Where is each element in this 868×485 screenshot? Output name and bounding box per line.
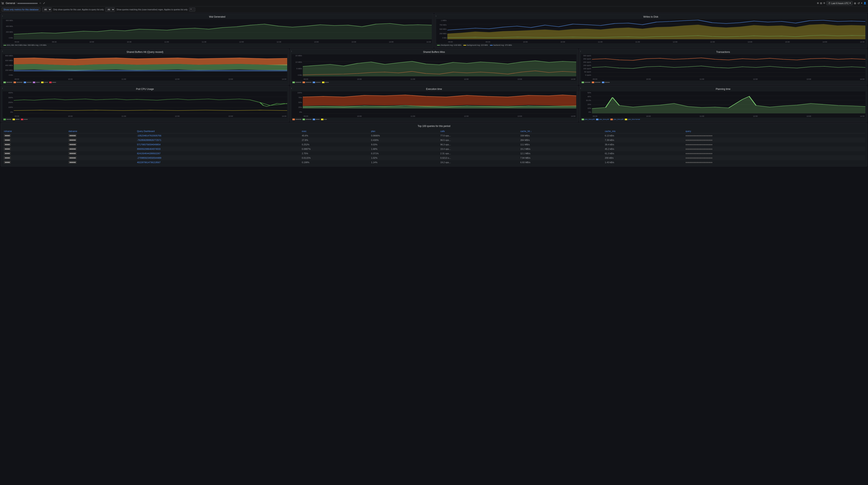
- breadcrumb-general[interactable]: General: [6, 2, 15, 5]
- col-query[interactable]: query: [684, 129, 865, 133]
- cell-calls: 96.3 ops...: [439, 142, 519, 147]
- writes-info-icon[interactable]: i: [436, 15, 436, 17]
- cell-cache-mis: 200 kB/s: [604, 156, 684, 160]
- cell-query-id[interactable]: -2709859234550544489: [136, 156, 301, 160]
- col-cache-mis[interactable]: cache_mis: [604, 129, 684, 133]
- breadcrumb: General / ■■■■■■■■■■■■■■■: [6, 2, 38, 5]
- wal-info-icon[interactable]: i: [2, 15, 3, 17]
- cell-calls: 96.5 ops...: [439, 138, 519, 142]
- regex-filter-input[interactable]: [189, 7, 195, 11]
- cell-query-id[interactable]: 5717065756594049854: [136, 142, 301, 147]
- wal-y-axis: 600 kB/s 400 kB/s 200 kB/s 0 B/s: [3, 19, 14, 39]
- cell-query: ■■■■■■■■■■■■■■■■■■■■: [684, 151, 865, 156]
- cell-calls: 2.31 ops...: [439, 151, 519, 156]
- cell-query-id[interactable]: -7628582899926772571: [136, 138, 301, 142]
- plan-info-icon[interactable]: i: [581, 87, 581, 90]
- refresh-icon[interactable]: ↺: [858, 2, 860, 5]
- top-bar: ⊞ General / ■■■■■■■■■■■■■■■ ☆ ⤢ ⊞ ▤ ⚙ ⏱ …: [0, 0, 868, 6]
- tx-title: Transactions: [581, 51, 865, 54]
- cell-datname: ■■■■■: [67, 160, 136, 165]
- svg-marker-10: [447, 24, 865, 39]
- query-filter-label: Only show queries for this user. Applies…: [53, 8, 104, 11]
- cell-plan: 0.371%: [370, 151, 439, 156]
- cell-rolname: ■■■■: [3, 138, 67, 142]
- user-icon[interactable]: 👤: [864, 2, 866, 4]
- clock-icon: ⏱: [828, 2, 831, 4]
- cell-cache-mis: 45.2 kB/s: [604, 147, 684, 151]
- cell-query-id[interactable]: 8241504544289502267: [136, 151, 301, 156]
- settings-icon[interactable]: ⚙: [823, 2, 825, 4]
- regex-filter-label: Show queries matching this (case insensi…: [117, 8, 188, 11]
- cell-cache-hit: 111 MB/s: [519, 142, 603, 147]
- db-filter-select[interactable]: All: [42, 7, 52, 12]
- query-table-title: Top 100 queries for this period: [3, 125, 865, 128]
- db-filter-button[interactable]: Show only metrics for this database: [2, 7, 40, 11]
- cell-query: ■■■■■■■■■■■■■■■■■■■■: [684, 133, 865, 138]
- col-query-dashboard[interactable]: Query Dashboard: [136, 129, 301, 133]
- cpu-info-icon[interactable]: i: [2, 87, 3, 90]
- sbm-info-icon[interactable]: i: [291, 50, 291, 53]
- writes-legend: checkpoint Avg: 6.80 kB/s background Avg…: [436, 44, 865, 46]
- cell-rolname: ■■■■: [3, 133, 67, 138]
- cell-datname: ■■■■■: [67, 138, 136, 142]
- tx-canvas: [592, 54, 865, 76]
- exec-legend: ■■■■■■ ■■■■■■ ■■■■ ■■■: [291, 119, 576, 120]
- cell-datname: ■■■■■: [67, 147, 136, 151]
- star-icon[interactable]: ☆: [39, 2, 41, 4]
- row-1: i Wal Generated 600 kB/s 400 kB/s 200 kB…: [1, 13, 867, 48]
- svg-marker-4: [14, 24, 432, 39]
- time-range-button[interactable]: ⏱ Last 6 hours UTC ▾: [827, 1, 852, 5]
- cell-query-id[interactable]: -1052348147915935756: [136, 133, 301, 138]
- cell-exec: 0.0115%: [301, 156, 370, 160]
- pod-cpu-panel: i Pod CPU Usage 400% 300% 200% 100% 0%: [1, 86, 289, 122]
- query-filter-select[interactable]: All: [105, 7, 115, 12]
- transactions-panel: i Transactions 300 ops/s 250 ops/s 200 o…: [579, 49, 867, 85]
- tx-info-icon[interactable]: i: [581, 50, 581, 53]
- playlist-icon[interactable]: ▤: [820, 2, 822, 4]
- cell-plan: 1.02%: [370, 156, 439, 160]
- cell-query: ■■■■■■■■■■■■■■■■■■■■: [684, 142, 865, 147]
- cell-query-id[interactable]: 4022870614736219567: [136, 160, 301, 165]
- cell-plan: 9.03%: [370, 142, 439, 147]
- cell-datname: ■■■■■: [67, 142, 136, 147]
- table-info-icon[interactable]: i: [1, 1, 2, 3]
- cell-cache-hit: 7.94 MB/s: [519, 156, 603, 160]
- writes-title: Writes to Disk: [436, 15, 865, 18]
- dashboard-settings-icon[interactable]: ⊞: [817, 2, 819, 4]
- cell-query-id[interactable]: 8900502986404974933: [136, 147, 301, 151]
- query-table-panel: i Top 100 queries for this period rolnam…: [1, 123, 867, 166]
- breadcrumb-db: ■■■■■■■■■■■■■■■: [18, 2, 38, 4]
- zoom-icon[interactable]: ⊕: [854, 2, 856, 5]
- col-exec[interactable]: exec: [301, 129, 370, 133]
- plan-title: Planning time: [581, 88, 865, 91]
- row-2: i Shared Buffers Hit (Query reused) 800 …: [1, 49, 867, 85]
- dashboard-icon: ⊞: [2, 2, 4, 5]
- share-icon[interactable]: ⤢: [43, 2, 45, 5]
- wal-x-axis: 09:0009:3010:0010:3011:00 11:3012:0012:3…: [14, 40, 432, 43]
- table-row: ■■■■ ■■■■■ -1052348147915935756 45.6% 0.…: [3, 133, 865, 138]
- cell-datname: ■■■■■: [67, 133, 136, 138]
- sbh-info-icon[interactable]: i: [2, 50, 3, 53]
- cell-datname: ■■■■■: [67, 151, 136, 156]
- writes-svg: [447, 19, 865, 39]
- tx-x-axis: 09:0010:0011:0012:0013:0014:00: [592, 78, 865, 80]
- tx-chart: 300 ops/s 250 ops/s 200 ops/s 150 ops/s …: [581, 54, 865, 80]
- sbh-legend: ■■■■■■ ■■■■■■ ■■■■■ ■■■■ ■■■■ ■■■■: [3, 82, 287, 83]
- svg-marker-18: [14, 70, 287, 71]
- writes-legend-background: background Avg: 223 kB/s: [463, 44, 488, 46]
- exec-info-icon[interactable]: i: [291, 87, 291, 90]
- more-icon[interactable]: ▾: [861, 2, 862, 4]
- col-datname[interactable]: datname: [67, 129, 136, 133]
- wal-svg: [14, 19, 432, 39]
- col-calls[interactable]: calls: [439, 129, 519, 133]
- cell-cache-mis: 61.3 kB/s: [604, 151, 684, 156]
- col-cache-hit[interactable]: cache_hit ↓: [519, 129, 603, 133]
- cell-query: ■■■■■■■■■■■■■■■■■■■■: [684, 147, 865, 151]
- tx-y-axis: 300 ops/s 250 ops/s 200 ops/s 150 ops/s …: [581, 54, 592, 76]
- col-plan[interactable]: plan: [370, 129, 439, 133]
- sbm-legend: ■■■■■■ ■■■■■■ ■■■■■ ■■■■: [291, 82, 576, 83]
- sbh-chart: 800 MB/s 600 MB/s 400 MB/s 200 MB/s 0 B/…: [3, 54, 287, 80]
- writes-chart: 1 MB/s 750 kB/s 500 kB/s 250 kB/s 0 B/s: [436, 19, 865, 43]
- plan-canvas: [592, 91, 865, 114]
- col-rolname[interactable]: rolname: [3, 129, 67, 133]
